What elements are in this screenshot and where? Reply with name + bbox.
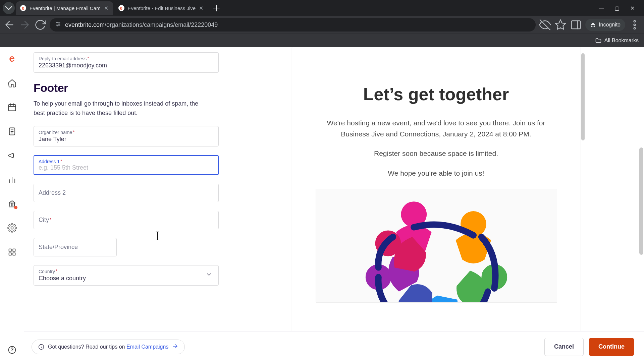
nav-orders[interactable] [7,127,17,136]
home-icon [7,78,17,88]
reply-to-field[interactable]: Reply-to email address* 22633391@moodjoy… [34,52,219,73]
field-label: City* [39,215,214,226]
tab-inactive[interactable]: e Eventbrite - Edit Business Jive ✕ [114,1,208,15]
field-value: Jane Tyler [39,136,214,143]
svg-rect-12 [572,21,581,29]
tracking-icon[interactable] [539,19,551,31]
all-bookmarks-label: All Bookmarks [604,38,639,44]
bookmark-button[interactable] [554,19,567,31]
maximize-button[interactable]: ▢ [614,5,620,11]
back-button[interactable] [3,19,15,31]
panel-icon [570,19,582,31]
svg-line-10 [540,20,550,30]
nav-help[interactable] [7,345,17,355]
forward-button[interactable] [19,19,31,31]
svg-marker-11 [555,20,566,29]
tab-search-button[interactable] [3,2,15,14]
reload-icon [34,19,46,31]
nav-marketing[interactable] [7,151,17,160]
cancel-button[interactable]: Cancel [544,338,584,356]
favicon-icon: e [20,5,26,11]
document-icon [7,127,17,136]
chart-icon [7,175,17,184]
bottom-action-bar: Got questions? Read our tips on Email Ca… [24,331,644,362]
svg-rect-35 [13,249,15,251]
preview-title: Let’s get together [316,84,556,104]
incognito-badge[interactable]: Incognito [585,19,625,31]
address-1-field[interactable]: Address 1* [34,155,219,175]
preview-scrollbar[interactable] [581,53,585,140]
city-field[interactable]: City* [34,211,219,229]
preview-paragraph: Register soon because space is limited. [316,148,556,159]
new-tab-button[interactable] [211,3,221,13]
close-window-button[interactable]: ✕ [629,5,635,11]
tab-strip: e Eventbrite | Manage Email Cam ✕ e Even… [0,0,644,16]
svg-point-15 [634,24,636,26]
tips-pill[interactable]: Got questions? Read our tips on Email Ca… [32,340,185,354]
svg-rect-37 [13,253,15,255]
organizer-name-field[interactable]: Organizer name* Jane Tyler [34,126,219,146]
megaphone-icon [7,151,17,160]
tab-active[interactable]: e Eventbrite | Manage Email Cam ✕ [16,1,113,15]
nav-events[interactable] [7,103,17,112]
chevron-down-icon [3,2,15,14]
kebab-icon [629,19,641,31]
bank-icon [7,199,17,208]
section-title: Footer [34,81,219,95]
bookmarks-bar: All Bookmarks [0,34,644,47]
url-text: eventbrite.com/organizations/campaigns/e… [65,21,218,28]
field-label: State/Province [39,242,112,253]
field-label: Address 1* [39,159,214,164]
field-label: Address 2 [39,187,214,198]
address-2-field[interactable]: Address 2 [34,184,219,202]
browser-menu-button[interactable] [629,19,641,31]
address-bar[interactable]: eventbrite.com/organizations/campaigns/e… [50,18,536,32]
tips-link[interactable]: Email Campaigns [126,344,168,350]
app-root: e Reply-to email address* 22633391@moodj… [0,47,644,362]
eventbrite-logo[interactable]: e [7,53,17,64]
nav-home[interactable] [7,78,17,88]
page-scrollbar[interactable] [639,147,643,255]
nav-apps[interactable] [7,247,17,257]
plus-icon [211,3,221,13]
preview-paragraph: We hope you're able to join us! [316,168,556,179]
minimize-button[interactable]: — [598,5,604,11]
all-bookmarks-button[interactable]: All Bookmarks [595,37,639,44]
svg-point-14 [634,20,636,22]
state-province-field[interactable]: State/Province [34,238,117,256]
tune-icon [55,21,61,27]
reload-button[interactable] [34,19,46,31]
star-icon [554,19,567,31]
arrow-right-icon [19,19,31,31]
svg-point-16 [634,27,636,29]
select-value: Choose a country [39,275,214,282]
email-preview: Let’s get together We're hosting a new e… [292,47,580,362]
favicon-icon: e [118,5,124,11]
close-icon[interactable]: ✕ [104,5,108,11]
section-description: To help your email go through to inboxes… [34,99,205,118]
window-controls: — ▢ ✕ [598,5,641,11]
eye-off-icon [539,19,551,31]
field-value: 22633391@moodjoy.com [39,62,214,69]
form-pane: Reply-to email address* 22633391@moodjoy… [24,47,228,362]
folder-icon [595,37,602,44]
info-icon [38,344,45,350]
workspace: Reply-to email address* 22633391@moodjoy… [24,47,644,362]
nav-settings[interactable] [7,223,17,233]
nav-reports[interactable] [7,175,17,184]
address-1-input[interactable] [39,164,214,171]
continue-button[interactable]: Continue [589,338,634,356]
help-icon [7,345,17,355]
nav-finance[interactable] [7,199,17,208]
tab-title: Eventbrite | Manage Email Cam [30,5,101,11]
country-select[interactable]: Country* Choose a country [34,265,219,286]
left-nav-rail: e [0,47,24,362]
preview-image [316,189,557,303]
side-panel-button[interactable] [570,19,582,31]
chevron-down-icon [206,271,212,279]
svg-rect-36 [9,253,11,255]
field-label: Reply-to email address* [39,56,214,61]
site-info-icon[interactable] [55,21,61,28]
close-icon[interactable]: ✕ [199,5,203,11]
tab-title: Eventbrite - Edit Business Jive [128,5,196,11]
